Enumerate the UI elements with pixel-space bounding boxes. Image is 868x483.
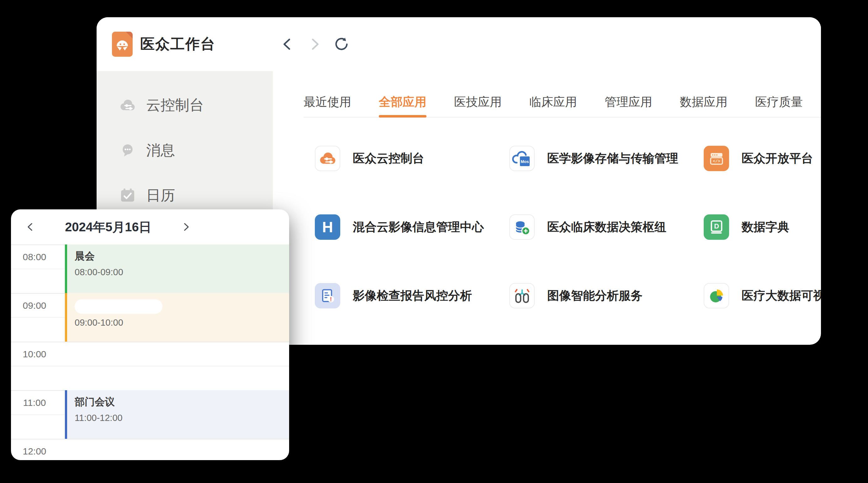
time-label: 09:00 <box>11 300 58 311</box>
svg-text:D: D <box>714 222 719 230</box>
window-header: 医众工作台 <box>97 17 821 71</box>
chevron-left-icon <box>280 37 295 52</box>
h-square-icon: H <box>315 215 340 240</box>
tab-recent[interactable]: 最近使用 <box>304 94 351 110</box>
event-time: 08:00-09:00 <box>74 267 289 278</box>
app-report-risk-analysis[interactable]: ! 影像检查报告风控分析 <box>315 283 509 309</box>
app-open-platform[interactable]: </> 医众开放平台 <box>704 146 821 171</box>
app-image-storage[interactable]: Mos 医学影像存储与传输管理 <box>509 146 704 171</box>
rocket-owl-icon <box>115 37 130 52</box>
message-icon <box>119 141 137 160</box>
app-grid: 医众云控制台 Mos 医学影像存储与传输管理 <box>315 146 821 345</box>
time-label: 12:00 <box>11 446 58 457</box>
sidebar-item-messages[interactable]: 消息 <box>97 128 273 173</box>
calendar-date-label: 2024年5月16日 <box>37 219 179 236</box>
calendar-event-department-meeting[interactable]: 部门会议 11:00-12:00 <box>65 390 289 439</box>
refresh-button[interactable] <box>334 36 349 52</box>
app-image-ai-service[interactable]: 图像智能分析服务 <box>509 283 704 309</box>
event-time: 11:00-12:00 <box>74 413 289 423</box>
refresh-icon <box>334 36 349 52</box>
back-button[interactable] <box>280 36 296 52</box>
app-cloud-console[interactable]: 医众云控制台 <box>315 146 509 171</box>
time-label: 11:00 <box>11 397 58 409</box>
calendar-event-morning-meeting[interactable]: 晨会 08:00-09:00 <box>65 245 289 293</box>
sidebar-item-label: 云控制台 <box>146 96 204 115</box>
tab-data-apps[interactable]: 数据应用 <box>680 94 727 110</box>
forward-button[interactable] <box>307 36 322 52</box>
calendar-header: 2024年5月16日 <box>11 210 289 245</box>
app-category-tabs: 最近使用 全部应用 医技应用 临床应用 管理应用 数据应用 医疗质量 <box>304 71 821 118</box>
dictionary-book-icon: D <box>704 215 729 240</box>
chevron-right-icon <box>307 37 322 52</box>
h-glyph: H <box>322 219 333 236</box>
event-title: 部门会议 <box>74 395 289 409</box>
calendar-icon <box>119 187 137 205</box>
sidebar-item-label: 消息 <box>146 141 175 160</box>
chevron-left-icon <box>25 222 36 232</box>
calendar-panel: 2024年5月16日 08:00 09:00 10:00 11:00 12:00… <box>11 210 289 460</box>
event-title: 晨会 <box>74 250 289 263</box>
app-label: 影像检查报告风控分析 <box>353 288 472 304</box>
calendar-next-day-button[interactable] <box>179 220 193 234</box>
code-window-icon: </> <box>704 146 729 171</box>
lungs-icon <box>509 283 535 309</box>
svg-text:Mos: Mos <box>521 159 529 164</box>
app-label: 医众开放平台 <box>742 151 813 166</box>
chevron-right-icon <box>181 222 191 232</box>
app-label: 医众临床数据决策枢纽 <box>547 219 666 235</box>
calendar-event-redacted[interactable]: 09:00-10:00 <box>65 293 289 342</box>
tab-clinical-apps[interactable]: 临床应用 <box>529 94 577 110</box>
app-label: 医众云控制台 <box>353 151 424 166</box>
mos-cloud-icon: Mos <box>509 146 535 171</box>
pie-chart-icon <box>704 283 729 309</box>
calendar-prev-day-button[interactable] <box>24 220 37 234</box>
time-label: 10:00 <box>11 349 58 360</box>
cloud-sliders-icon <box>315 146 340 171</box>
app-logo <box>112 32 133 57</box>
sidebar-item-label: 日历 <box>146 186 175 205</box>
calendar-day-grid: 08:00 09:00 10:00 11:00 12:00 晨会 08:00-0… <box>11 245 289 460</box>
database-plus-icon <box>509 215 535 240</box>
window-title: 医众工作台 <box>140 34 215 54</box>
event-time: 09:00-10:00 <box>74 318 289 328</box>
report-risk-icon: ! <box>315 283 340 309</box>
content-area: 最近使用 全部应用 医技应用 临床应用 管理应用 数据应用 医疗质量 <box>273 71 821 345</box>
app-label: 图像智能分析服务 <box>547 288 643 304</box>
redacted-event-title <box>74 299 162 314</box>
svg-text:!: ! <box>330 296 332 302</box>
app-label: 医学影像存储与传输管理 <box>547 151 678 166</box>
app-clinical-data-hub[interactable]: 医众临床数据决策枢纽 <box>509 215 704 240</box>
svg-text:</>: </> <box>713 159 720 164</box>
tab-quality[interactable]: 医疗质量 <box>755 94 803 110</box>
time-label: 08:00 <box>11 251 58 263</box>
app-label: 医疗大数据可视化 <box>742 288 821 304</box>
app-label: 混合云影像信息管理中心 <box>353 219 484 235</box>
tab-all-apps[interactable]: 全部应用 <box>379 94 427 110</box>
sidebar-item-cloud-console[interactable]: 云控制台 <box>97 83 273 128</box>
nav-controls <box>280 17 349 71</box>
app-hybrid-cloud-center[interactable]: H 混合云影像信息管理中心 <box>315 215 509 240</box>
cloud-console-icon <box>119 96 137 115</box>
app-label: 数据字典 <box>742 219 789 235</box>
app-data-dictionary[interactable]: D 数据字典 <box>704 215 821 240</box>
tab-admin-apps[interactable]: 管理应用 <box>604 94 652 110</box>
app-big-data-visualization[interactable]: 医疗大数据可视化 <box>704 283 821 309</box>
tab-medtech-apps[interactable]: 医技应用 <box>454 94 502 110</box>
